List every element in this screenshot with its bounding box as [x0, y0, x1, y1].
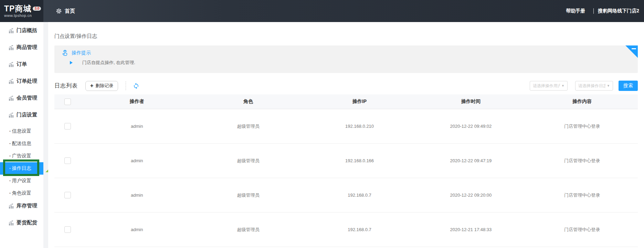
sidebar-item-信息设置[interactable]: ·信息设置 [0, 125, 43, 137]
bullet-dot-icon: · [9, 153, 11, 159]
row-checkbox[interactable] [64, 192, 71, 198]
corner-fold-icon [625, 45, 638, 58]
table-cell: 192.168.0.7 [304, 227, 415, 232]
column-header: 操作时间 [415, 99, 526, 105]
tip-text: 门店自提点操作, 在此管理. [82, 60, 135, 65]
logo-url: www.tpshop.cn [4, 13, 43, 18]
sidebar-item-库存管理[interactable]: 库存管理 [0, 197, 43, 214]
sidebar-item-label: 订单处理 [17, 78, 37, 84]
table-cell: 超级管理员 [192, 227, 304, 233]
chart-icon [9, 220, 14, 226]
table-row: admin超级管理员192.168.0.2102020-12-22 09:49:… [54, 109, 638, 144]
sidebar-item-label: 操作日志 [12, 165, 31, 172]
delete-records-button[interactable]: + 删除记录 [85, 81, 118, 91]
sidebar-item-label: 广告设置 [12, 153, 31, 159]
row-checkbox-cell [54, 226, 81, 233]
table-row: admin超级管理员192.168.0.1662020-12-22 09:47:… [54, 144, 638, 178]
sidebar-item-label: 要货配货 [17, 219, 37, 226]
row-checkbox-cell [54, 157, 81, 164]
plus-icon: + [90, 83, 93, 89]
chevron-down-icon: ▼ [561, 84, 564, 87]
breadcrumb: 门点设置/操作日志 [54, 32, 638, 40]
logo[interactable]: TP商城 3.0 www.tpshop.cn [0, 0, 43, 22]
tip-box: 操作提示 门店自提点操作, 在此管理. [54, 45, 638, 73]
bullet-triangle-icon [70, 61, 73, 64]
bullet-dot-icon: · [9, 190, 11, 196]
chart-icon [9, 62, 14, 67]
bullet-dot-icon: · [9, 166, 11, 171]
logo-version-badge: 3.0 [33, 7, 41, 11]
table-body: admin超级管理员192.168.0.2102020-12-22 09:49:… [54, 109, 638, 247]
chart-icon [9, 79, 14, 84]
chart-icon [9, 203, 14, 209]
sidebar-item-广告设置[interactable]: ·广告设置 [0, 150, 43, 162]
sidebar-item-商品管理[interactable]: 商品管理 [0, 39, 43, 56]
list-title: 日志列表 [54, 82, 78, 90]
table-cell: admin [81, 227, 192, 232]
table-cell: admin [81, 124, 192, 129]
sidebar-item-操作日志[interactable]: ·操作日志 [0, 162, 43, 175]
row-checkbox[interactable] [64, 123, 71, 130]
bullet-dot-icon: · [9, 178, 11, 184]
operation-log-select[interactable]: 请选择操作日志 ▼ [575, 81, 613, 91]
table-cell: 门店管理中心登录 [527, 123, 638, 130]
chart-icon [9, 28, 14, 33]
sidebar-item-label: 库存管理 [17, 203, 37, 209]
gear-icon [56, 8, 62, 14]
help-manual-link[interactable]: 帮助手册 [566, 8, 585, 14]
sidebar-nav: 门店概括 商品管理 订单 订单处理 会员管理 [0, 22, 43, 231]
sidebar-item-订单[interactable]: 订单 [0, 56, 43, 73]
select-all-checkbox[interactable] [64, 99, 71, 105]
sidebar-item-label: 配送信息 [12, 141, 31, 147]
table-cell: 192.168.0.210 [304, 124, 415, 129]
sidebar-item-配送信息[interactable]: ·配送信息 [0, 137, 43, 150]
sidebar-item-要货配货[interactable]: 要货配货 [0, 214, 43, 231]
sidebar-item-订单处理[interactable]: 订单处理 [0, 73, 43, 90]
sidebar-item-label: 用户设置 [12, 178, 31, 184]
table-row: admin超级管理员192.168.0.72020-12-22 09:20:00… [54, 178, 638, 213]
row-checkbox-cell [54, 192, 81, 198]
operator-user-select[interactable]: 请选择操作用户 ▼ [530, 81, 568, 91]
table-cell: 2020-12-22 09:20:00 [415, 193, 526, 198]
sidebar-item-label: 门店设置 [17, 112, 37, 118]
sidebar-item-门店概括[interactable]: 门店概括 [0, 22, 43, 39]
store-account-label[interactable]: 搜豹网络线下门店2 [598, 8, 639, 14]
table-cell: 2020-12-22 09:47:19 [415, 158, 526, 163]
bullet-dot-icon: · [9, 141, 11, 146]
topbar-divider [593, 8, 594, 14]
search-button[interactable]: 搜索 [619, 81, 638, 91]
table-cell: 2020-12-21 17:48:33 [415, 227, 526, 232]
sidebar-item-用户设置[interactable]: ·用户设置 [0, 175, 43, 187]
refresh-icon[interactable] [133, 82, 139, 89]
chart-icon [9, 112, 14, 118]
table-cell: 192.168.0.166 [304, 158, 415, 163]
column-header: 操作者 [81, 99, 192, 105]
operator-user-placeholder: 请选择操作用户 [533, 83, 560, 89]
row-checkbox-cell [54, 123, 81, 130]
table-cell: 门店管理中心登录 [527, 192, 638, 198]
chevron-down-icon: ▼ [607, 84, 610, 87]
tap-hand-icon [61, 49, 68, 56]
topbar-right: 帮助手册 搜豹网络线下门店2 [566, 8, 644, 14]
sidebar-item-label: 会员管理 [17, 95, 37, 101]
bullet-dot-icon: · [9, 128, 11, 134]
tab-home[interactable]: 首页 [56, 8, 75, 14]
topbar: TP商城 3.0 www.tpshop.cn 首页 帮助手册 搜豹网络线下门店2 [0, 0, 644, 22]
table-cell: 192.168.0.7 [304, 193, 415, 198]
table-cell: admin [81, 158, 192, 163]
toolbar-dashed-divider [126, 81, 126, 90]
chart-icon [9, 95, 14, 101]
main-content: 门点设置/操作日志 操作提示 门店自提点操作, 在此管理. [48, 22, 644, 248]
store-admin-page: TP商城 3.0 www.tpshop.cn 首页 帮助手册 搜豹网络线下门店2 [0, 0, 644, 248]
minus-icon [632, 48, 636, 49]
log-toolbar: 日志列表 + 删除记录 请选择操作用户 ▼ 请选择操作日志 ▼ 搜索 [54, 80, 638, 92]
row-checkbox[interactable] [64, 157, 71, 164]
row-checkbox[interactable] [64, 226, 71, 233]
tip-title: 操作提示 [72, 49, 91, 56]
chart-icon [9, 45, 14, 50]
sidebar-item-会员管理[interactable]: 会员管理 [0, 90, 43, 106]
tip-collapse-toggle[interactable] [625, 45, 638, 58]
operation-log-placeholder: 请选择操作日志 [578, 83, 605, 89]
sidebar-item-门店设置[interactable]: 门店设置 [0, 106, 43, 123]
table-cell: admin [81, 193, 192, 198]
